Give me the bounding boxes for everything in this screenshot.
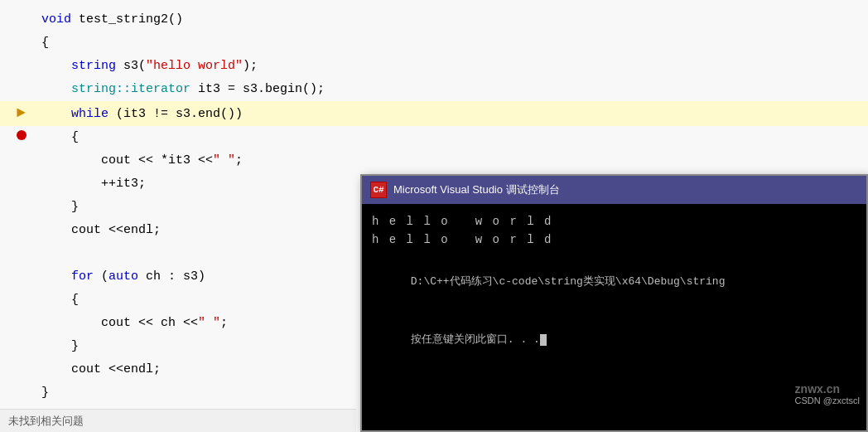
console-output-line2: h e l l o w o r l d	[372, 231, 856, 249]
code-token: {	[71, 289, 79, 312]
code-line-6: {	[0, 126, 868, 149]
console-press-key: 按任意键关闭此窗口. . .	[372, 314, 856, 366]
code-token: (it3 != s3.	[108, 103, 198, 126]
code-token: void	[41, 8, 71, 32]
cursor	[540, 334, 547, 346]
code-token: ())	[220, 103, 243, 126]
code-token: );	[243, 55, 258, 78]
code-token: }	[71, 335, 79, 358]
code-token: auto	[108, 265, 138, 289]
code-token: ;	[153, 219, 161, 242]
code-token: endl	[123, 358, 153, 381]
code-token: test_string2()	[71, 8, 183, 32]
code-token: ;	[220, 312, 228, 335]
code-token: ;	[153, 358, 161, 381]
console-titlebar: C# Microsoft Visual Studio 调试控制台	[362, 176, 866, 204]
code-token: cout	[101, 149, 131, 172]
code-token: <<	[101, 219, 123, 242]
code-token: ;	[235, 149, 243, 172]
code-line-5: ► while (it3 != s3. end ())	[0, 101, 868, 126]
code-line-1: void test_string2()	[0, 8, 868, 32]
code-token: (	[94, 265, 108, 289]
code-token: string::iterator	[71, 78, 190, 101]
console-output-line1: h e l l o w o r l d	[372, 212, 856, 231]
code-token: cout	[101, 312, 131, 335]
code-token: {	[41, 32, 49, 55]
line-gutter-6	[17, 130, 41, 140]
code-token: " "	[213, 149, 235, 172]
console-path: D:\C++代码练习\c-code\string类实现\x64\Debug\st…	[372, 256, 856, 308]
console-app-icon: C#	[370, 182, 387, 198]
code-token: << ch <<	[131, 312, 198, 335]
console-body: h e l l o w o r l d h e l l o w o r l d …	[362, 204, 866, 430]
watermark-sub: CSDN @zxctscl	[795, 396, 860, 405]
console-window[interactable]: C# Microsoft Visual Studio 调试控制台 h e l l…	[360, 174, 868, 432]
code-token: ch : s3)	[138, 265, 205, 289]
line-gutter-5: ►	[17, 101, 41, 124]
code-token: begin	[265, 78, 302, 101]
code-token: "hello world"	[146, 55, 243, 78]
code-line-2: {	[0, 32, 868, 55]
status-bar: 未找到相关问题	[0, 409, 356, 432]
watermark-site: znwx.cn	[795, 382, 860, 396]
code-token: cout	[71, 358, 101, 381]
breakpoint-indicator	[17, 130, 27, 140]
code-token: end	[198, 103, 220, 126]
code-token: {	[71, 126, 79, 149]
code-line-4: string::iterator it3 = s3. begin ();	[0, 78, 868, 101]
code-token: cout	[71, 219, 101, 242]
code-keyword-while: while	[71, 103, 108, 126]
code-token: for	[71, 265, 94, 289]
code-token: " "	[198, 312, 220, 335]
code-token: s3(	[116, 55, 146, 78]
code-line-7: cout << *it3 << " " ;	[0, 149, 868, 172]
arrow-icon: ►	[17, 101, 26, 124]
watermark: znwx.cn CSDN @zxctscl	[795, 382, 860, 405]
console-title: Microsoft Visual Studio 调试控制台	[393, 182, 560, 197]
code-token: ();	[302, 78, 325, 101]
status-text: 未找到相关问题	[8, 414, 84, 429]
code-token: }	[41, 381, 49, 405]
code-token: it3 = s3.	[190, 78, 265, 101]
code-token: string	[71, 55, 116, 78]
code-token: ++it3;	[101, 172, 146, 196]
code-token: }	[71, 196, 79, 219]
code-token: endl	[123, 219, 153, 242]
code-token: <<	[101, 358, 123, 381]
code-line-3: string s3( "hello world" );	[0, 55, 868, 78]
code-token: << *it3 <<	[131, 149, 213, 172]
